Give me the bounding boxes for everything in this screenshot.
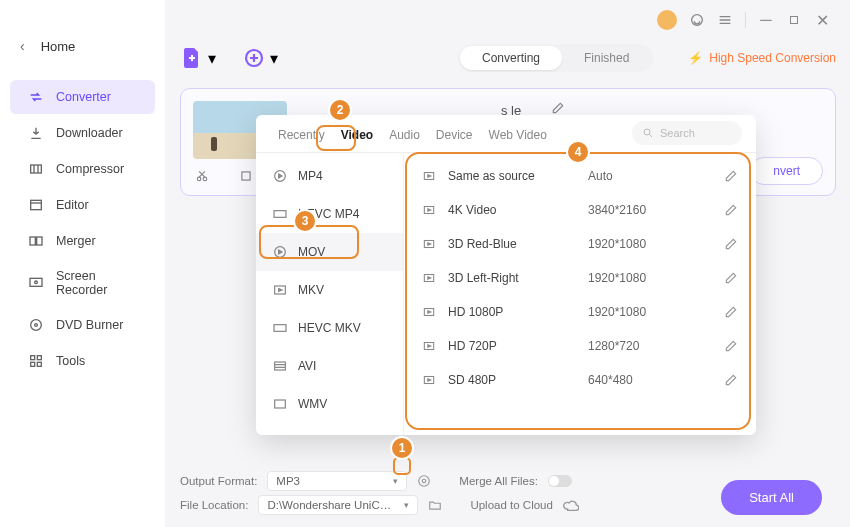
dvd-icon [28, 317, 44, 333]
svg-point-7 [35, 281, 38, 284]
svg-rect-6 [30, 278, 42, 286]
svg-point-8 [31, 320, 42, 331]
svg-rect-25 [274, 325, 286, 332]
search-input[interactable]: Search [632, 121, 742, 145]
sidebar-item-label: Compressor [56, 162, 124, 176]
preset-item[interactable]: Same as sourceAuto [404, 159, 756, 193]
format-item-wmv[interactable]: WMV [256, 385, 403, 423]
output-format-label: Output Format: [180, 475, 257, 487]
support-icon[interactable] [689, 12, 705, 28]
edit-preset-icon[interactable] [724, 203, 738, 217]
sidebar-item-merger[interactable]: Merger [10, 224, 155, 258]
preset-icon [422, 339, 436, 353]
window-close[interactable]: ✕ [814, 12, 830, 28]
crop-icon[interactable] [239, 169, 253, 183]
svg-rect-10 [31, 356, 35, 360]
mov-icon [272, 244, 288, 260]
sidebar-item-editor[interactable]: Editor [10, 188, 155, 222]
edit-preset-icon[interactable] [724, 373, 738, 387]
svg-point-15 [197, 177, 201, 181]
converter-icon [28, 89, 44, 105]
preset-icon [422, 237, 436, 251]
edit-preset-icon[interactable] [724, 305, 738, 319]
back-home[interactable]: ‹ Home [0, 30, 165, 62]
svg-rect-13 [37, 362, 41, 366]
format-popover: Recently Video Audio Device Web Video Se… [256, 115, 756, 435]
preset-item[interactable]: 4K Video3840*2160 [404, 193, 756, 227]
tab-recently[interactable]: Recently [278, 128, 325, 152]
sidebar-item-screen-recorder[interactable]: Screen Recorder [10, 260, 155, 306]
avatar[interactable] [657, 10, 677, 30]
start-all-button[interactable]: Start All [721, 480, 822, 515]
rename-icon[interactable] [551, 101, 565, 115]
output-format-dropdown[interactable]: MP3 ▾ [267, 471, 407, 491]
tab-video[interactable]: Video [341, 128, 373, 152]
tab-device[interactable]: Device [436, 128, 473, 152]
sidebar-item-dvd-burner[interactable]: DVD Burner [10, 308, 155, 342]
menu-icon[interactable] [717, 12, 733, 28]
screen-recorder-icon [28, 275, 44, 291]
format-item-mov[interactable]: MOV [256, 233, 403, 271]
format-item-m4v[interactable]: M4V [256, 423, 403, 435]
svg-point-20 [644, 129, 650, 135]
format-item-mkv[interactable]: MKV [256, 271, 403, 309]
settings-icon[interactable] [417, 474, 431, 488]
high-speed-conversion[interactable]: ⚡ High Speed Conversion [688, 51, 836, 65]
format-item-hevc-mkv[interactable]: HEVC MKV [256, 309, 403, 347]
merge-label: Merge All Files: [459, 475, 538, 487]
edit-preset-icon[interactable] [724, 237, 738, 251]
svg-rect-5 [37, 237, 42, 245]
chevron-down-icon: ▾ [404, 500, 409, 510]
window-maximize[interactable] [786, 12, 802, 28]
download-icon [28, 125, 44, 141]
sidebar-item-label: Tools [56, 354, 85, 368]
sidebar-item-tools[interactable]: Tools [10, 344, 155, 378]
svg-rect-1 [791, 17, 798, 24]
edit-preset-icon[interactable] [724, 169, 738, 183]
edit-preset-icon[interactable] [724, 271, 738, 285]
preset-item[interactable]: 3D Red-Blue1920*1080 [404, 227, 756, 261]
svg-rect-11 [37, 356, 41, 360]
tab-finished[interactable]: Finished [562, 46, 651, 70]
sidebar-item-downloader[interactable]: Downloader [10, 116, 155, 150]
convert-button[interactable]: nvert [750, 157, 823, 185]
preset-item[interactable]: HD 720P1280*720 [404, 329, 756, 363]
edit-preset-icon[interactable] [724, 339, 738, 353]
svg-rect-26 [275, 362, 286, 370]
tab-converting[interactable]: Converting [460, 46, 562, 70]
file-location-value: D:\Wondershare UniConverter 1 [267, 499, 397, 511]
preset-item[interactable]: SD 480P640*480 [404, 363, 756, 397]
svg-rect-2 [31, 165, 42, 173]
preset-item[interactable]: HD 1080P1920*1080 [404, 295, 756, 329]
chevron-down-icon: ▾ [270, 49, 278, 68]
wmv-icon [272, 396, 288, 412]
window-minimize[interactable]: ─ [758, 12, 774, 28]
svg-rect-17 [242, 172, 250, 180]
sidebar-item-label: Screen Recorder [56, 269, 137, 297]
sidebar-item-label: Downloader [56, 126, 123, 140]
tab-web-video[interactable]: Web Video [489, 128, 547, 152]
upload-label: Upload to Cloud [470, 499, 552, 511]
open-folder-icon[interactable] [428, 498, 442, 512]
sidebar-item-compressor[interactable]: Compressor [10, 152, 155, 186]
format-item-avi[interactable]: AVI [256, 347, 403, 385]
format-item-hevc-mp4[interactable]: HEVC MP4 [256, 195, 403, 233]
tab-audio[interactable]: Audio [389, 128, 420, 152]
high-speed-label: High Speed Conversion [709, 51, 836, 65]
file-location-dropdown[interactable]: D:\Wondershare UniConverter 1 ▾ [258, 495, 418, 515]
svg-rect-27 [275, 400, 286, 408]
add-files-button[interactable]: ▾ [180, 46, 216, 70]
sidebar-item-label: Editor [56, 198, 89, 212]
merge-toggle[interactable] [548, 475, 572, 487]
add-url-button[interactable]: ▾ [242, 46, 278, 70]
sidebar-item-converter[interactable]: Converter [10, 80, 155, 114]
preset-item[interactable]: 3D Left-Right1920*1080 [404, 261, 756, 295]
avi-icon [272, 358, 288, 374]
format-item-mp4[interactable]: MP4 [256, 157, 403, 195]
preset-icon [422, 305, 436, 319]
home-label: Home [41, 39, 76, 54]
cloud-icon[interactable] [563, 497, 579, 513]
trim-icon[interactable] [195, 169, 209, 183]
tools-icon [28, 353, 44, 369]
sidebar: ‹ Home Converter Downloader Compressor E… [0, 0, 165, 527]
